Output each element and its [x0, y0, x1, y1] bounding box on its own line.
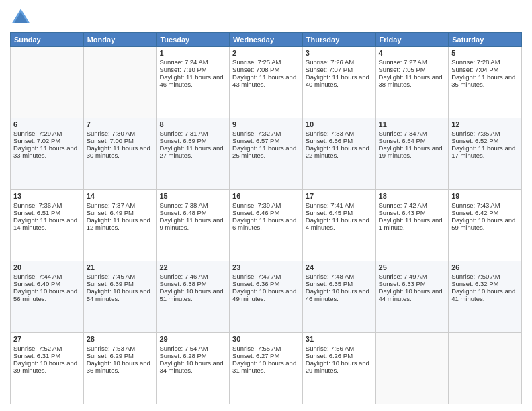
weekday-header: Thursday	[302, 33, 375, 47]
day-info: Sunset: 6:39 PM	[87, 280, 154, 287]
day-info: Sunrise: 7:25 AM	[232, 58, 300, 66]
weekday-header: Tuesday	[157, 33, 230, 47]
day-info: Daylight: 11 hours and 27 minutes.	[159, 144, 226, 159]
day-info: Sunrise: 7:46 AM	[159, 273, 226, 280]
day-number: 6	[13, 120, 81, 128]
day-info: Daylight: 11 hours and 14 minutes.	[13, 216, 81, 231]
day-number: 2	[232, 49, 300, 57]
calendar-cell: 19Sunrise: 7:43 AMSunset: 6:42 PMDayligh…	[449, 189, 522, 261]
day-number: 11	[379, 120, 446, 128]
day-info: Sunset: 6:29 PM	[87, 352, 154, 359]
day-info: Sunrise: 7:34 AM	[379, 130, 446, 137]
day-number: 1	[159, 49, 226, 57]
day-info: Sunset: 6:38 PM	[159, 280, 226, 287]
calendar-table: SundayMondayTuesdayWednesdayThursdayFrid…	[10, 32, 522, 404]
calendar-cell: 21Sunrise: 7:45 AMSunset: 6:39 PMDayligh…	[83, 261, 157, 332]
day-info: Sunset: 7:07 PM	[306, 66, 373, 73]
calendar-cell: 26Sunrise: 7:50 AMSunset: 6:32 PMDayligh…	[449, 261, 522, 332]
day-number: 24	[306, 263, 373, 271]
day-info: Sunrise: 7:41 AM	[306, 201, 373, 209]
day-number: 31	[306, 335, 373, 343]
day-info: Daylight: 11 hours and 22 minutes.	[306, 144, 373, 159]
day-info: Sunset: 6:46 PM	[232, 209, 300, 216]
calendar-cell: 9Sunrise: 7:32 AMSunset: 6:57 PMDaylight…	[230, 118, 303, 189]
calendar-week-row: 20Sunrise: 7:44 AMSunset: 6:40 PMDayligh…	[11, 261, 522, 332]
day-info: Sunset: 7:10 PM	[159, 66, 226, 73]
day-info: Sunset: 7:02 PM	[13, 137, 81, 144]
day-info: Daylight: 11 hours and 1 minute.	[379, 216, 446, 231]
day-info: Sunrise: 7:43 AM	[451, 201, 519, 209]
calendar-cell: 28Sunrise: 7:53 AMSunset: 6:29 PMDayligh…	[83, 332, 157, 404]
calendar-week-row: 1Sunrise: 7:24 AMSunset: 7:10 PMDaylight…	[11, 47, 522, 118]
day-info: Daylight: 10 hours and 29 minutes.	[306, 359, 373, 374]
calendar-cell: 7Sunrise: 7:30 AMSunset: 7:00 PMDaylight…	[83, 118, 157, 189]
calendar-cell: 1Sunrise: 7:24 AMSunset: 7:10 PMDaylight…	[157, 47, 230, 118]
day-info: Sunset: 6:42 PM	[451, 209, 519, 216]
day-number: 23	[232, 263, 300, 271]
day-info: Sunrise: 7:47 AM	[232, 273, 300, 280]
day-info: Sunrise: 7:30 AM	[87, 130, 154, 137]
calendar-cell: 6Sunrise: 7:29 AMSunset: 7:02 PMDaylight…	[11, 118, 84, 189]
calendar-cell: 16Sunrise: 7:39 AMSunset: 6:46 PMDayligh…	[230, 189, 303, 261]
day-info: Sunset: 6:54 PM	[379, 137, 446, 144]
day-number: 21	[87, 263, 154, 271]
day-info: Sunset: 7:04 PM	[451, 66, 519, 73]
calendar-cell: 15Sunrise: 7:38 AMSunset: 6:48 PMDayligh…	[157, 189, 230, 261]
day-number: 20	[13, 263, 81, 271]
day-number: 3	[306, 49, 373, 57]
day-number: 29	[159, 335, 226, 343]
day-info: Sunrise: 7:39 AM	[232, 201, 300, 209]
calendar-week-row: 27Sunrise: 7:52 AMSunset: 6:31 PMDayligh…	[11, 332, 522, 404]
calendar-cell: 12Sunrise: 7:35 AMSunset: 6:52 PMDayligh…	[449, 118, 522, 189]
calendar-body: 1Sunrise: 7:24 AMSunset: 7:10 PMDaylight…	[11, 47, 522, 404]
calendar-cell: 23Sunrise: 7:47 AMSunset: 6:36 PMDayligh…	[230, 261, 303, 332]
day-info: Sunset: 6:48 PM	[159, 209, 226, 216]
day-number: 25	[379, 263, 446, 271]
calendar-cell: 3Sunrise: 7:26 AMSunset: 7:07 PMDaylight…	[302, 47, 375, 118]
day-number: 10	[306, 120, 373, 128]
calendar-cell: 10Sunrise: 7:33 AMSunset: 6:56 PMDayligh…	[302, 118, 375, 189]
day-info: Daylight: 11 hours and 33 minutes.	[13, 144, 81, 159]
day-number: 17	[306, 192, 373, 200]
day-info: Sunrise: 7:29 AM	[13, 130, 81, 137]
day-info: Sunset: 6:52 PM	[451, 137, 519, 144]
day-number: 8	[159, 120, 226, 128]
day-info: Daylight: 10 hours and 54 minutes.	[87, 287, 154, 302]
calendar-cell: 25Sunrise: 7:49 AMSunset: 6:33 PMDayligh…	[375, 261, 449, 332]
day-info: Daylight: 10 hours and 41 minutes.	[451, 287, 519, 302]
day-info: Sunrise: 7:55 AM	[232, 345, 300, 352]
calendar-cell: 17Sunrise: 7:41 AMSunset: 6:45 PMDayligh…	[302, 189, 375, 261]
calendar-cell: 20Sunrise: 7:44 AMSunset: 6:40 PMDayligh…	[11, 261, 84, 332]
day-info: Sunrise: 7:48 AM	[306, 273, 373, 280]
calendar-cell: 27Sunrise: 7:52 AMSunset: 6:31 PMDayligh…	[11, 332, 84, 404]
calendar-cell: 31Sunrise: 7:56 AMSunset: 6:26 PMDayligh…	[302, 332, 375, 404]
calendar-cell: 2Sunrise: 7:25 AMSunset: 7:08 PMDaylight…	[230, 47, 303, 118]
day-info: Sunset: 6:40 PM	[13, 280, 81, 287]
day-info: Sunrise: 7:53 AM	[87, 345, 154, 352]
day-info: Sunrise: 7:35 AM	[451, 130, 519, 137]
day-info: Daylight: 11 hours and 46 minutes.	[159, 73, 226, 88]
day-info: Sunset: 7:00 PM	[87, 137, 154, 144]
day-info: Daylight: 11 hours and 25 minutes.	[232, 144, 300, 159]
day-info: Daylight: 10 hours and 51 minutes.	[159, 287, 226, 302]
day-number: 26	[451, 263, 519, 271]
calendar-cell: 18Sunrise: 7:42 AMSunset: 6:43 PMDayligh…	[375, 189, 449, 261]
day-info: Daylight: 10 hours and 34 minutes.	[159, 359, 226, 374]
day-number: 7	[87, 120, 154, 128]
calendar-cell	[11, 47, 84, 118]
day-info: Sunrise: 7:36 AM	[13, 201, 81, 209]
day-info: Daylight: 11 hours and 43 minutes.	[232, 73, 300, 88]
day-info: Sunrise: 7:24 AM	[159, 58, 226, 66]
calendar-cell: 29Sunrise: 7:54 AMSunset: 6:28 PMDayligh…	[157, 332, 230, 404]
day-info: Sunset: 6:31 PM	[13, 352, 81, 359]
day-info: Sunrise: 7:31 AM	[159, 130, 226, 137]
day-info: Daylight: 10 hours and 46 minutes.	[306, 287, 373, 302]
day-info: Sunrise: 7:28 AM	[451, 58, 519, 66]
day-number: 15	[159, 192, 226, 200]
day-info: Sunset: 6:59 PM	[159, 137, 226, 144]
weekday-header: Sunday	[11, 33, 84, 47]
day-info: Daylight: 10 hours and 31 minutes.	[232, 359, 300, 374]
day-info: Daylight: 11 hours and 40 minutes.	[306, 73, 373, 88]
day-info: Daylight: 11 hours and 9 minutes.	[159, 216, 226, 231]
day-info: Sunset: 6:26 PM	[306, 352, 373, 359]
